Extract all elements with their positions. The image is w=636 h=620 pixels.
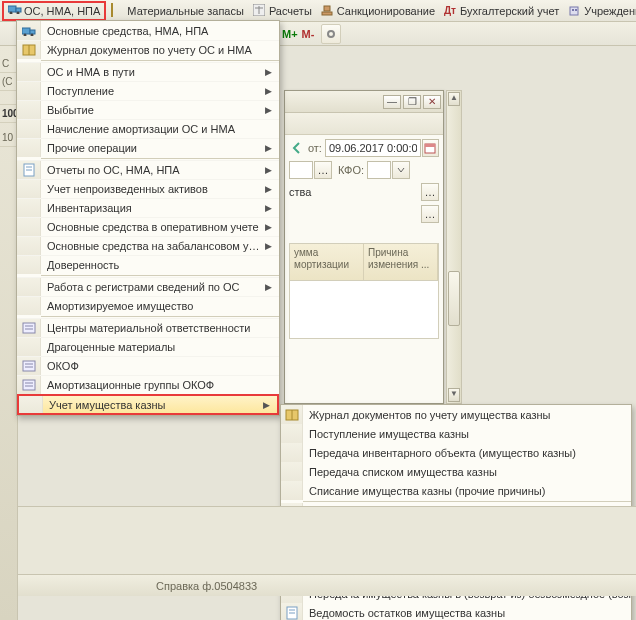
menu-item[interactable]: Драгоценные материалы <box>17 337 279 356</box>
scroll-down-arrow[interactable]: ▼ <box>448 388 460 402</box>
menu-item-label: Доверенность <box>47 259 263 271</box>
menu-item[interactable]: Журнал документов по учету ОС и НМА <box>17 40 279 59</box>
menu-item[interactable]: Учет непроизведенных активов▶ <box>17 179 279 198</box>
maximize-button[interactable]: ❐ <box>403 95 421 109</box>
menu-item[interactable]: Начисление амортизации ОС и НМА <box>17 119 279 138</box>
svg-rect-12 <box>575 9 577 11</box>
menu-item-label: Драгоценные материалы <box>47 341 263 353</box>
toolbar-item-uchr[interactable]: Учреждение <box>564 3 636 19</box>
menu-item[interactable]: Основные средства, НМА, НПА <box>17 21 279 40</box>
menu-icon-cell <box>17 63 41 81</box>
menu-item[interactable]: Основные средства в оперативном учете▶ <box>17 217 279 236</box>
dropdown-button[interactable]: … <box>421 205 439 223</box>
menu-separator <box>303 501 631 502</box>
submenu-item[interactable]: Передача списком имущества казны <box>281 462 631 481</box>
menu-icon-cell <box>281 462 303 481</box>
menu-icon-cell <box>17 41 41 59</box>
minimize-button[interactable]: — <box>383 95 401 109</box>
menu-item[interactable]: Поступление▶ <box>17 81 279 100</box>
menu-item[interactable]: Отчеты по ОС, НМА, НПА▶ <box>17 160 279 179</box>
submenu-item[interactable]: Списание имущества казны (прочие причины… <box>281 481 631 500</box>
submenu-item-label: Ведомость остатков имущества казны <box>309 607 631 619</box>
menu-icon-cell <box>17 237 41 255</box>
calendar-icon <box>424 142 436 154</box>
scroll-up-arrow[interactable]: ▲ <box>448 92 460 106</box>
submenu-item[interactable]: Передача инвентарного объекта (имущество… <box>281 443 631 462</box>
menu-icon-cell <box>17 278 41 296</box>
toolbar-item-buh[interactable]: Дт Бухгалтерский учет <box>440 3 563 19</box>
calc-icon <box>253 4 267 18</box>
sheet-icon <box>286 606 298 620</box>
table-body[interactable] <box>289 281 439 339</box>
toolbar-btn[interactable] <box>321 24 341 44</box>
menu-icon-cell <box>17 180 41 198</box>
menu-item[interactable]: Инвентаризация▶ <box>17 198 279 217</box>
bottom-panel: Справка ф.0504833 <box>18 506 636 596</box>
submenu-item[interactable]: Журнал документов по учету имущества каз… <box>281 405 631 424</box>
toolbar-item-raschety[interactable]: Расчеты <box>249 3 316 19</box>
menu-item[interactable]: Учет имущества казны▶ <box>17 394 279 415</box>
gear-icon <box>326 29 336 39</box>
dropdown-button[interactable]: … <box>421 183 439 201</box>
dropdown-button[interactable]: … <box>314 161 332 179</box>
menu-icon-cell <box>17 376 41 394</box>
kfo-field[interactable] <box>367 161 391 179</box>
toolbar-label: Материальные запасы <box>127 5 244 17</box>
submenu-arrow-icon: ▶ <box>263 241 273 251</box>
menu-item-label: Прочие операции <box>47 142 263 154</box>
menu-icon-cell <box>17 199 41 217</box>
menu-item[interactable]: Доверенность <box>17 255 279 274</box>
menu-item-label: Учет имущества казны <box>49 399 261 411</box>
code-field-1[interactable] <box>289 161 313 179</box>
footer-bar: Справка ф.0504833 <box>18 574 636 596</box>
window-toolbar <box>285 113 443 135</box>
m-plus[interactable]: M+ <box>282 28 298 40</box>
menu-icon-cell <box>17 357 41 375</box>
menu-icon-cell <box>17 256 41 274</box>
svg-rect-25 <box>23 323 35 333</box>
submenu-item[interactable]: Ведомость остатков имущества казны <box>281 603 631 620</box>
menu-item[interactable]: Основные средства на забалансовом учете▶ <box>17 236 279 255</box>
document-window: — ❐ ✕ от: … КФО: ства … … <box>284 90 444 404</box>
m-minus[interactable]: M- <box>302 28 315 40</box>
spravka-link[interactable]: Справка ф.0504833 <box>156 580 257 592</box>
svg-rect-1 <box>16 8 21 12</box>
menu-item[interactable]: ОС и НМА в пути▶ <box>17 62 279 81</box>
nav-left-icon[interactable] <box>289 140 304 156</box>
svg-rect-28 <box>23 361 35 371</box>
svg-rect-15 <box>425 144 435 147</box>
menu-icon-cell <box>281 424 303 443</box>
menu-item[interactable]: ОКОФ <box>17 356 279 375</box>
close-button[interactable]: ✕ <box>423 95 441 109</box>
toolbar-label: Расчеты <box>269 5 312 17</box>
menu-icon-cell <box>17 101 41 119</box>
svg-rect-16 <box>22 28 30 34</box>
menu-item[interactable]: Прочие операции▶ <box>17 138 279 157</box>
toolbar-item-materials[interactable]: Материальные запасы <box>107 3 248 19</box>
submenu-item-label: Передача списком имущества казны <box>309 466 631 478</box>
date-field[interactable] <box>325 139 421 157</box>
menu-item[interactable]: Амортизационные группы ОКОФ <box>17 375 279 394</box>
submenu-arrow-icon: ▶ <box>263 165 273 175</box>
menu-separator <box>41 316 279 317</box>
toolbar-item-os[interactable]: ОС, НМА, НПА <box>2 1 106 21</box>
vertical-scrollbar[interactable]: ▲ ▼ <box>446 90 462 404</box>
submenu-arrow-icon: ▶ <box>263 203 273 213</box>
toolbar-item-sankc[interactable]: Санкционирование <box>317 3 439 19</box>
partial-label: ства <box>289 186 311 198</box>
menu-item[interactable]: Работа с регистрами сведений по ОС▶ <box>17 277 279 296</box>
menu-icon-cell <box>17 161 41 179</box>
menu-icon-cell <box>17 297 41 315</box>
calendar-button[interactable] <box>422 139 439 157</box>
kfo-label: КФО: <box>338 164 364 176</box>
submenu-item[interactable]: Поступление имущества казны <box>281 424 631 443</box>
scroll-thumb[interactable] <box>448 271 460 326</box>
menu-item[interactable]: Амортизируемое имущество <box>17 296 279 315</box>
submenu-item-label: Списание имущества казны (прочие причины… <box>309 485 631 497</box>
dropdown-button[interactable] <box>392 161 410 179</box>
menu-icon-cell <box>17 139 41 157</box>
menu-icon-cell <box>17 120 41 138</box>
col-header-amort: умма мортизации <box>290 244 364 280</box>
menu-item[interactable]: Выбытие▶ <box>17 100 279 119</box>
menu-item[interactable]: Центры материальной ответственности <box>17 318 279 337</box>
